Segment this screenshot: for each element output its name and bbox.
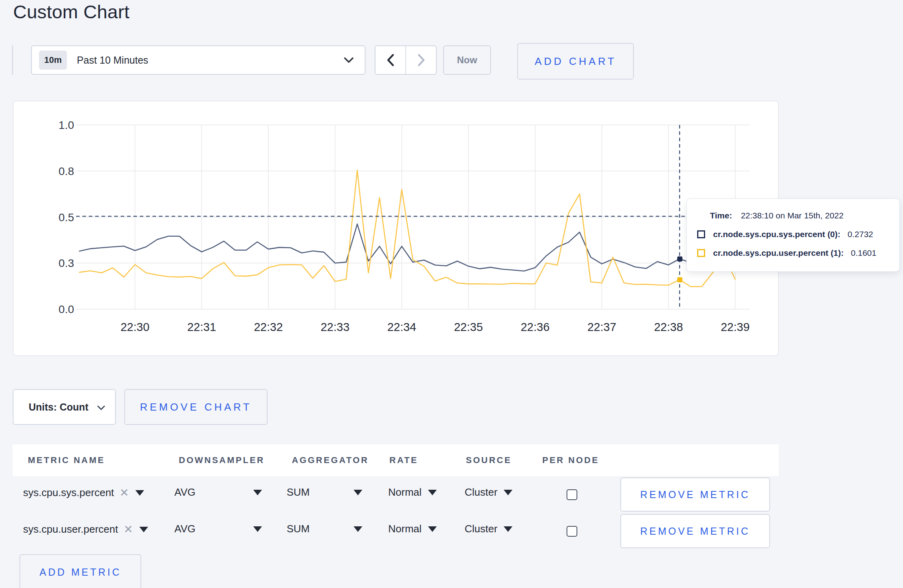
x-axis-tick-label: 22:39 — [721, 321, 750, 333]
dropdown-caret-icon — [354, 526, 362, 532]
remove-metric-button[interactable]: REMOVE METRIC — [620, 514, 770, 548]
x-axis-tick-label: 22:36 — [521, 321, 550, 333]
dropdown-caret-icon — [504, 526, 512, 532]
per-node-checkbox[interactable] — [567, 526, 577, 537]
clear-metric-icon[interactable]: ✕ — [119, 486, 129, 499]
column-header-source: SOURCE — [466, 455, 512, 465]
dropdown-caret-icon — [139, 527, 148, 532]
x-axis-tick-label: 22:33 — [321, 321, 350, 333]
metrics-table-header: METRIC NAME DOWNSAMPLER AGGREGATOR RATE … — [13, 444, 779, 476]
aggregator-dropdown[interactable]: SUM — [287, 486, 362, 498]
chart-tooltip: Time: 22:38:10 on Mar 15th, 2022 cr.node… — [686, 199, 900, 272]
dropdown-caret-icon — [428, 490, 437, 495]
dropdown-caret-icon — [253, 526, 262, 532]
source-dropdown[interactable]: Cluster — [465, 523, 512, 535]
clear-metric-icon[interactable]: ✕ — [123, 523, 133, 536]
metric-name-dropdown[interactable]: sys.cpu.user.percent ✕ — [23, 523, 148, 536]
column-header-per-node: PER NODE — [542, 455, 599, 465]
tooltip-time-label: Time: — [710, 211, 732, 220]
series-user-swatch-icon — [697, 249, 705, 257]
downsampler-value: AVG — [174, 523, 195, 535]
x-axis-tick-label: 22:30 — [121, 321, 150, 333]
series-line-1 — [79, 170, 735, 287]
x-axis-tick-label: 22:38 — [654, 321, 683, 333]
custom-chart-page: Custom Chart 10m Past 10 Minutes Now ADD… — [0, 0, 903, 588]
y-axis-tick-label: 0.3 — [59, 257, 74, 269]
column-header-rate: RATE — [389, 455, 418, 465]
downsampler-dropdown[interactable]: AVG — [174, 523, 262, 535]
tooltip-series-user-value: 0.1601 — [851, 248, 876, 258]
metric-name-dropdown[interactable]: sys.cpu.sys.percent ✕ — [23, 486, 144, 499]
rate-value: Normal — [388, 523, 422, 535]
rate-dropdown[interactable]: Normal — [388, 486, 437, 498]
x-axis-tick-label: 22:34 — [387, 321, 416, 333]
crosshair-point-1 — [677, 277, 682, 282]
aggregator-value: SUM — [287, 523, 310, 535]
x-axis-tick-label: 22:35 — [454, 321, 483, 333]
series-sys-swatch-icon — [697, 230, 705, 238]
metric-name-value: sys.cpu.sys.percent — [23, 487, 114, 499]
downsampler-dropdown[interactable]: AVG — [174, 486, 262, 498]
source-value: Cluster — [465, 523, 497, 535]
add-metric-button[interactable]: ADD METRIC — [20, 554, 141, 588]
column-header-aggregator: AGGREGATOR — [292, 455, 369, 465]
rate-value: Normal — [388, 486, 422, 498]
source-dropdown[interactable]: Cluster — [465, 486, 512, 498]
per-node-checkbox[interactable] — [567, 489, 577, 500]
aggregator-dropdown[interactable]: SUM — [287, 523, 362, 535]
aggregator-value: SUM — [287, 486, 310, 498]
x-axis-tick-label: 22:31 — [187, 321, 216, 333]
remove-chart-button[interactable]: REMOVE CHART — [124, 389, 268, 425]
column-header-metric-name: METRIC NAME — [28, 455, 105, 465]
rate-dropdown[interactable]: Normal — [388, 523, 437, 535]
chevron-down-icon — [97, 405, 105, 409]
tooltip-series-user-label: cr.node.sys.cpu.user.percent (1): — [713, 248, 844, 258]
tooltip-series-sys-label: cr.node.sys.cpu.sys.percent (0): — [713, 230, 840, 239]
y-axis-tick-label: 0.5 — [59, 211, 74, 224]
x-axis-tick-label: 22:37 — [587, 321, 616, 333]
dropdown-caret-icon — [504, 490, 512, 495]
y-axis-tick-label: 0.8 — [59, 165, 74, 177]
downsampler-value: AVG — [174, 486, 195, 498]
remove-metric-button[interactable]: REMOVE METRIC — [620, 477, 770, 512]
crosshair-point-0 — [677, 257, 682, 262]
source-value: Cluster — [465, 486, 497, 498]
units-dropdown-label: Units: Count — [29, 401, 88, 413]
y-axis-tick-label: 1.0 — [59, 119, 74, 131]
dropdown-caret-icon — [428, 526, 437, 532]
tooltip-time-value: 22:38:10 on Mar 15th, 2022 — [741, 211, 844, 220]
tooltip-series-sys-value: 0.2732 — [848, 230, 873, 239]
dropdown-caret-icon — [354, 490, 362, 495]
x-axis-tick-label: 22:32 — [254, 321, 283, 333]
dropdown-caret-icon — [135, 490, 144, 496]
metric-name-value: sys.cpu.user.percent — [23, 523, 118, 535]
column-header-downsampler: DOWNSAMPLER — [179, 455, 265, 465]
dropdown-caret-icon — [253, 490, 262, 495]
series-line-0 — [79, 224, 735, 271]
units-dropdown[interactable]: Units: Count — [13, 389, 116, 425]
y-axis-tick-label: 0.0 — [59, 303, 74, 315]
